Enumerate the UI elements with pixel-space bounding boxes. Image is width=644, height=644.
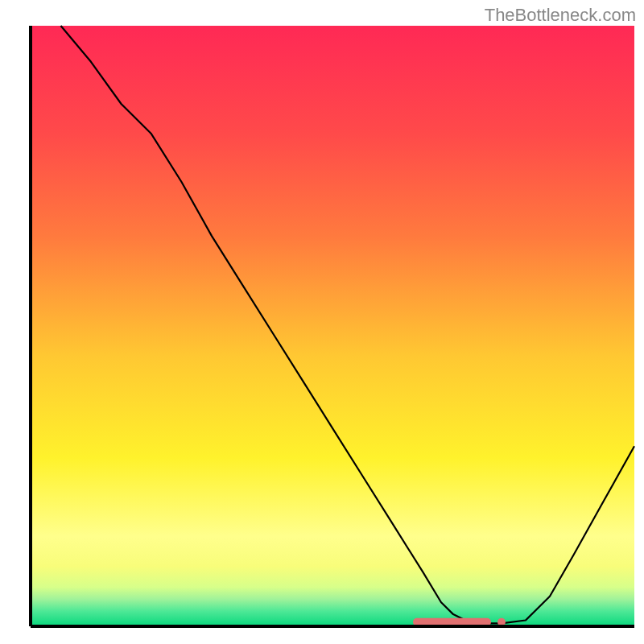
chart-svg [0, 0, 644, 644]
svg-rect-0 [31, 26, 634, 626]
chart-container: TheBottleneck.com [0, 0, 644, 644]
watermark: TheBottleneck.com [485, 5, 636, 26]
